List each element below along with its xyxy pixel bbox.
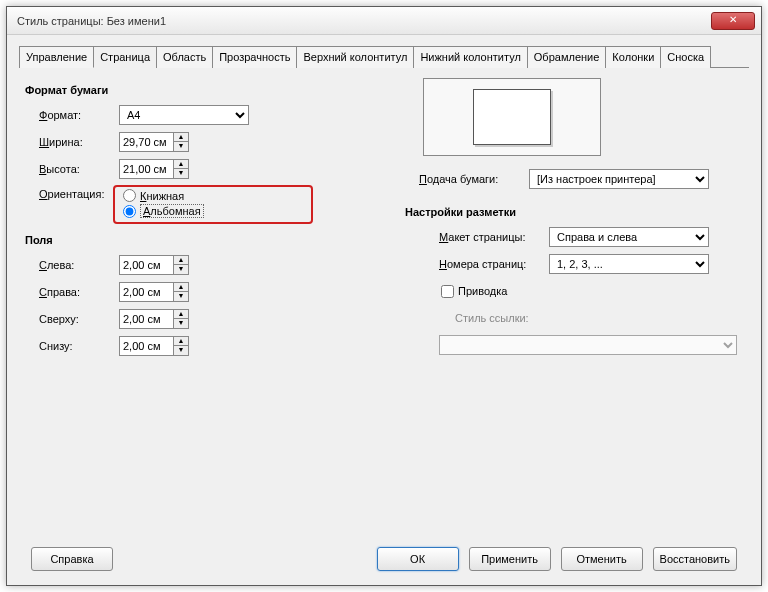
orientation-landscape-label: Альбомная xyxy=(140,204,204,218)
margin-right-spinner[interactable]: ▲▼ xyxy=(119,282,189,302)
spin-up-icon[interactable]: ▲ xyxy=(174,256,188,265)
width-input[interactable] xyxy=(119,132,173,152)
orientation-landscape-radio[interactable] xyxy=(123,205,136,218)
margin-right-input[interactable] xyxy=(119,282,173,302)
width-label: Ширина: xyxy=(25,136,119,148)
tab-footer[interactable]: Нижний колонтитул xyxy=(413,46,527,68)
margin-bottom-input[interactable] xyxy=(119,336,173,356)
spin-down-icon[interactable]: ▼ xyxy=(174,265,188,274)
ok-button[interactable]: ОК xyxy=(377,547,459,571)
orientation-label: Ориентация: xyxy=(25,185,119,200)
margin-top-input[interactable] xyxy=(119,309,173,329)
page-numbers-select[interactable]: 1, 2, 3, ... xyxy=(549,254,709,274)
height-label: Высота: xyxy=(25,163,119,175)
spin-down-icon[interactable]: ▼ xyxy=(174,346,188,355)
spin-up-icon[interactable]: ▲ xyxy=(174,160,188,169)
page-numbers-label: Номера страниц: xyxy=(405,258,549,270)
register-label: Приводка xyxy=(458,285,507,297)
ref-style-label: Стиль ссылки: xyxy=(405,312,549,324)
button-bar: Справка ОК Применить Отменить Восстанови… xyxy=(7,547,761,571)
tab-bar: Управление Страница Область Прозрачность… xyxy=(19,45,749,68)
spin-down-icon[interactable]: ▼ xyxy=(174,319,188,328)
layout-section: Настройки разметки xyxy=(405,206,743,218)
spin-up-icon[interactable]: ▲ xyxy=(174,310,188,319)
spin-up-icon[interactable]: ▲ xyxy=(174,283,188,292)
page-preview-icon xyxy=(473,89,551,145)
paper-feed-select[interactable]: [Из настроек принтера] xyxy=(529,169,709,189)
spin-down-icon[interactable]: ▼ xyxy=(174,169,188,178)
margin-left-input[interactable] xyxy=(119,255,173,275)
spin-down-icon[interactable]: ▼ xyxy=(174,292,188,301)
register-checkbox[interactable] xyxy=(441,285,454,298)
orientation-highlight: Книжная Альбомная xyxy=(113,185,313,224)
format-label: Формат: xyxy=(25,109,119,121)
spin-up-icon[interactable]: ▲ xyxy=(174,337,188,346)
margin-left-spinner[interactable]: ▲▼ xyxy=(119,255,189,275)
margin-right-label: Справа: xyxy=(25,286,119,298)
spin-up-icon[interactable]: ▲ xyxy=(174,133,188,142)
dialog-window: Стиль страницы: Без имени1 ✕ Управление … xyxy=(6,6,762,586)
cancel-button[interactable]: Отменить xyxy=(561,547,643,571)
window-title: Стиль страницы: Без имени1 xyxy=(13,15,711,27)
help-button[interactable]: Справка xyxy=(31,547,113,571)
orientation-portrait-radio[interactable] xyxy=(123,189,136,202)
width-spinner[interactable]: ▲▼ xyxy=(119,132,189,152)
tab-transparency[interactable]: Прозрачность xyxy=(212,46,297,68)
height-spinner[interactable]: ▲▼ xyxy=(119,159,189,179)
paper-format-section: Формат бумаги xyxy=(25,84,365,96)
margin-bottom-spinner[interactable]: ▲▼ xyxy=(119,336,189,356)
close-button[interactable]: ✕ xyxy=(711,12,755,30)
margin-bottom-label: Снизу: xyxy=(25,340,119,352)
tab-management[interactable]: Управление xyxy=(19,46,94,68)
tab-header[interactable]: Верхний колонтитул xyxy=(296,46,414,68)
height-input[interactable] xyxy=(119,159,173,179)
tab-columns[interactable]: Колонки xyxy=(605,46,661,68)
tab-page[interactable]: Страница xyxy=(93,46,157,68)
orientation-portrait-label: Книжная xyxy=(140,190,184,202)
margins-section: Поля xyxy=(25,234,365,246)
format-select[interactable]: A4 xyxy=(119,105,249,125)
margin-top-label: Сверху: xyxy=(25,313,119,325)
page-layout-select[interactable]: Справа и слева xyxy=(549,227,709,247)
margin-top-spinner[interactable]: ▲▼ xyxy=(119,309,189,329)
tab-footnote[interactable]: Сноска xyxy=(660,46,711,68)
page-preview-area xyxy=(423,78,601,156)
ref-style-select xyxy=(439,335,737,355)
titlebar: Стиль страницы: Без имени1 ✕ xyxy=(7,7,761,35)
margin-left-label: Слева: xyxy=(25,259,119,271)
spin-down-icon[interactable]: ▼ xyxy=(174,142,188,151)
tab-borders[interactable]: Обрамление xyxy=(527,46,607,68)
tab-area[interactable]: Область xyxy=(156,46,213,68)
page-layout-label: Макет страницы: xyxy=(405,231,549,243)
apply-button[interactable]: Применить xyxy=(469,547,551,571)
paper-feed-label: Подача бумаги: xyxy=(405,173,529,185)
reset-button[interactable]: Восстановить xyxy=(653,547,737,571)
